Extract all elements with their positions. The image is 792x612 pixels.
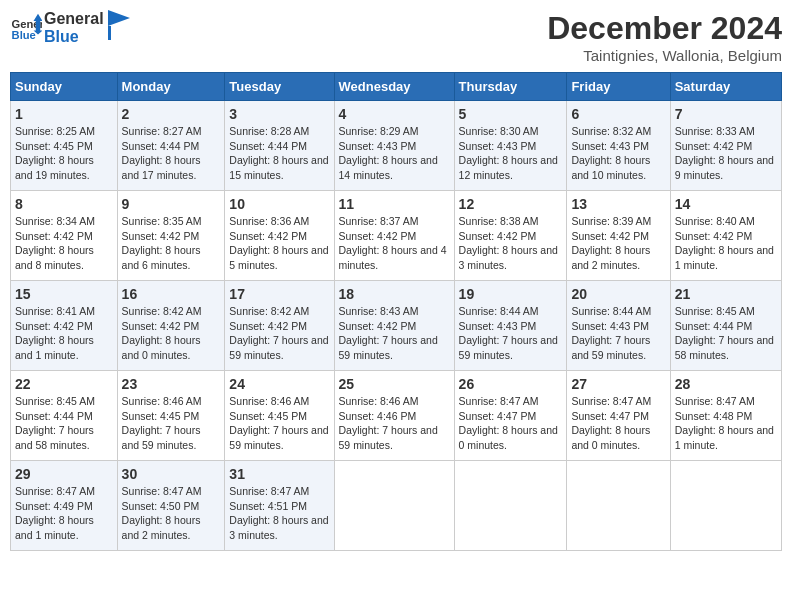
calendar-day-cell: 31Sunrise: 8:47 AMSunset: 4:51 PMDayligh… bbox=[225, 461, 334, 551]
day-info: Sunrise: 8:33 AMSunset: 4:42 PMDaylight:… bbox=[675, 124, 777, 183]
day-number: 9 bbox=[122, 196, 221, 212]
calendar-day-cell: 14Sunrise: 8:40 AMSunset: 4:42 PMDayligh… bbox=[670, 191, 781, 281]
page-header: General Blue General Blue December 2024 … bbox=[10, 10, 782, 64]
day-number: 1 bbox=[15, 106, 113, 122]
calendar-day-cell: 3Sunrise: 8:28 AMSunset: 4:44 PMDaylight… bbox=[225, 101, 334, 191]
day-number: 15 bbox=[15, 286, 113, 302]
day-number: 25 bbox=[339, 376, 450, 392]
day-info: Sunrise: 8:46 AMSunset: 4:45 PMDaylight:… bbox=[229, 394, 329, 453]
col-friday: Friday bbox=[567, 73, 670, 101]
calendar-day-cell: 23Sunrise: 8:46 AMSunset: 4:45 PMDayligh… bbox=[117, 371, 225, 461]
day-info: Sunrise: 8:28 AMSunset: 4:44 PMDaylight:… bbox=[229, 124, 329, 183]
day-info: Sunrise: 8:47 AMSunset: 4:51 PMDaylight:… bbox=[229, 484, 329, 543]
calendar-day-cell: 15Sunrise: 8:41 AMSunset: 4:42 PMDayligh… bbox=[11, 281, 118, 371]
calendar-day-cell bbox=[454, 461, 567, 551]
day-info: Sunrise: 8:35 AMSunset: 4:42 PMDaylight:… bbox=[122, 214, 221, 273]
svg-text:Blue: Blue bbox=[12, 29, 36, 41]
day-info: Sunrise: 8:27 AMSunset: 4:44 PMDaylight:… bbox=[122, 124, 221, 183]
calendar-table: Sunday Monday Tuesday Wednesday Thursday… bbox=[10, 72, 782, 551]
calendar-day-cell: 17Sunrise: 8:42 AMSunset: 4:42 PMDayligh… bbox=[225, 281, 334, 371]
day-number: 27 bbox=[571, 376, 665, 392]
day-info: Sunrise: 8:32 AMSunset: 4:43 PMDaylight:… bbox=[571, 124, 665, 183]
day-info: Sunrise: 8:47 AMSunset: 4:50 PMDaylight:… bbox=[122, 484, 221, 543]
day-info: Sunrise: 8:38 AMSunset: 4:42 PMDaylight:… bbox=[459, 214, 563, 273]
calendar-day-cell: 11Sunrise: 8:37 AMSunset: 4:42 PMDayligh… bbox=[334, 191, 454, 281]
day-info: Sunrise: 8:45 AMSunset: 4:44 PMDaylight:… bbox=[15, 394, 113, 453]
day-info: Sunrise: 8:42 AMSunset: 4:42 PMDaylight:… bbox=[122, 304, 221, 363]
calendar-week-row: 15Sunrise: 8:41 AMSunset: 4:42 PMDayligh… bbox=[11, 281, 782, 371]
logo: General Blue General Blue bbox=[10, 10, 130, 45]
day-number: 14 bbox=[675, 196, 777, 212]
calendar-day-cell: 5Sunrise: 8:30 AMSunset: 4:43 PMDaylight… bbox=[454, 101, 567, 191]
calendar-day-cell: 25Sunrise: 8:46 AMSunset: 4:46 PMDayligh… bbox=[334, 371, 454, 461]
calendar-day-cell: 7Sunrise: 8:33 AMSunset: 4:42 PMDaylight… bbox=[670, 101, 781, 191]
day-info: Sunrise: 8:43 AMSunset: 4:42 PMDaylight:… bbox=[339, 304, 450, 363]
calendar-day-cell: 1Sunrise: 8:25 AMSunset: 4:45 PMDaylight… bbox=[11, 101, 118, 191]
day-info: Sunrise: 8:47 AMSunset: 4:49 PMDaylight:… bbox=[15, 484, 113, 543]
calendar-week-row: 29Sunrise: 8:47 AMSunset: 4:49 PMDayligh… bbox=[11, 461, 782, 551]
calendar-day-cell: 6Sunrise: 8:32 AMSunset: 4:43 PMDaylight… bbox=[567, 101, 670, 191]
day-number: 5 bbox=[459, 106, 563, 122]
calendar-week-row: 8Sunrise: 8:34 AMSunset: 4:42 PMDaylight… bbox=[11, 191, 782, 281]
calendar-day-cell: 30Sunrise: 8:47 AMSunset: 4:50 PMDayligh… bbox=[117, 461, 225, 551]
calendar-day-cell: 24Sunrise: 8:46 AMSunset: 4:45 PMDayligh… bbox=[225, 371, 334, 461]
calendar-day-cell bbox=[567, 461, 670, 551]
day-number: 7 bbox=[675, 106, 777, 122]
day-info: Sunrise: 8:47 AMSunset: 4:48 PMDaylight:… bbox=[675, 394, 777, 453]
day-number: 11 bbox=[339, 196, 450, 212]
calendar-day-cell: 9Sunrise: 8:35 AMSunset: 4:42 PMDaylight… bbox=[117, 191, 225, 281]
day-number: 10 bbox=[229, 196, 329, 212]
calendar-day-cell: 29Sunrise: 8:47 AMSunset: 4:49 PMDayligh… bbox=[11, 461, 118, 551]
day-info: Sunrise: 8:45 AMSunset: 4:44 PMDaylight:… bbox=[675, 304, 777, 363]
calendar-day-cell: 8Sunrise: 8:34 AMSunset: 4:42 PMDaylight… bbox=[11, 191, 118, 281]
title-block: December 2024 Taintignies, Wallonia, Bel… bbox=[547, 10, 782, 64]
day-number: 26 bbox=[459, 376, 563, 392]
day-info: Sunrise: 8:44 AMSunset: 4:43 PMDaylight:… bbox=[459, 304, 563, 363]
day-info: Sunrise: 8:34 AMSunset: 4:42 PMDaylight:… bbox=[15, 214, 113, 273]
day-number: 20 bbox=[571, 286, 665, 302]
col-saturday: Saturday bbox=[670, 73, 781, 101]
month-title: December 2024 bbox=[547, 10, 782, 47]
svg-rect-4 bbox=[108, 26, 111, 40]
day-number: 29 bbox=[15, 466, 113, 482]
day-info: Sunrise: 8:40 AMSunset: 4:42 PMDaylight:… bbox=[675, 214, 777, 273]
calendar-day-cell bbox=[334, 461, 454, 551]
day-info: Sunrise: 8:44 AMSunset: 4:43 PMDaylight:… bbox=[571, 304, 665, 363]
day-info: Sunrise: 8:37 AMSunset: 4:42 PMDaylight:… bbox=[339, 214, 450, 273]
logo-icon: General Blue bbox=[10, 12, 42, 44]
calendar-day-cell: 16Sunrise: 8:42 AMSunset: 4:42 PMDayligh… bbox=[117, 281, 225, 371]
day-number: 6 bbox=[571, 106, 665, 122]
day-number: 13 bbox=[571, 196, 665, 212]
calendar-week-row: 1Sunrise: 8:25 AMSunset: 4:45 PMDaylight… bbox=[11, 101, 782, 191]
calendar-day-cell: 10Sunrise: 8:36 AMSunset: 4:42 PMDayligh… bbox=[225, 191, 334, 281]
day-number: 28 bbox=[675, 376, 777, 392]
logo-flag-icon bbox=[108, 10, 130, 40]
location-subtitle: Taintignies, Wallonia, Belgium bbox=[547, 47, 782, 64]
day-number: 24 bbox=[229, 376, 329, 392]
calendar-header-row: Sunday Monday Tuesday Wednesday Thursday… bbox=[11, 73, 782, 101]
day-info: Sunrise: 8:47 AMSunset: 4:47 PMDaylight:… bbox=[459, 394, 563, 453]
day-number: 8 bbox=[15, 196, 113, 212]
day-number: 22 bbox=[15, 376, 113, 392]
calendar-day-cell: 20Sunrise: 8:44 AMSunset: 4:43 PMDayligh… bbox=[567, 281, 670, 371]
day-info: Sunrise: 8:36 AMSunset: 4:42 PMDaylight:… bbox=[229, 214, 329, 273]
day-info: Sunrise: 8:25 AMSunset: 4:45 PMDaylight:… bbox=[15, 124, 113, 183]
day-info: Sunrise: 8:46 AMSunset: 4:46 PMDaylight:… bbox=[339, 394, 450, 453]
calendar-day-cell: 13Sunrise: 8:39 AMSunset: 4:42 PMDayligh… bbox=[567, 191, 670, 281]
day-number: 17 bbox=[229, 286, 329, 302]
day-number: 3 bbox=[229, 106, 329, 122]
day-number: 18 bbox=[339, 286, 450, 302]
calendar-week-row: 22Sunrise: 8:45 AMSunset: 4:44 PMDayligh… bbox=[11, 371, 782, 461]
day-info: Sunrise: 8:39 AMSunset: 4:42 PMDaylight:… bbox=[571, 214, 665, 273]
calendar-day-cell: 12Sunrise: 8:38 AMSunset: 4:42 PMDayligh… bbox=[454, 191, 567, 281]
calendar-day-cell bbox=[670, 461, 781, 551]
day-number: 2 bbox=[122, 106, 221, 122]
day-number: 31 bbox=[229, 466, 329, 482]
day-info: Sunrise: 8:41 AMSunset: 4:42 PMDaylight:… bbox=[15, 304, 113, 363]
calendar-day-cell: 26Sunrise: 8:47 AMSunset: 4:47 PMDayligh… bbox=[454, 371, 567, 461]
col-wednesday: Wednesday bbox=[334, 73, 454, 101]
calendar-day-cell: 19Sunrise: 8:44 AMSunset: 4:43 PMDayligh… bbox=[454, 281, 567, 371]
calendar-day-cell: 4Sunrise: 8:29 AMSunset: 4:43 PMDaylight… bbox=[334, 101, 454, 191]
calendar-day-cell: 27Sunrise: 8:47 AMSunset: 4:47 PMDayligh… bbox=[567, 371, 670, 461]
col-sunday: Sunday bbox=[11, 73, 118, 101]
